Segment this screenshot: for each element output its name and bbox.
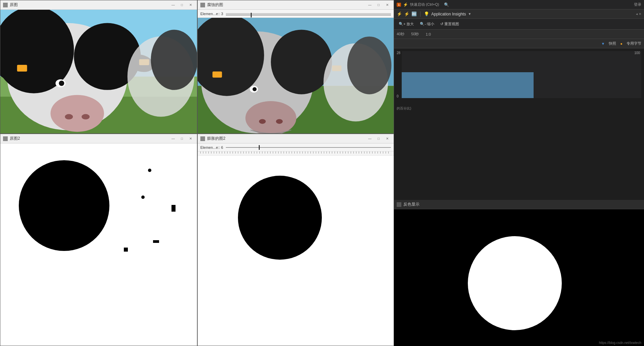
controls-morphed1[interactable]: — □ ✕ [366, 2, 391, 8]
right-panel: 1 ⚡ 快速启动 (Ctrl+Q) 🔍 登录 ⚡ ⚡ 🔤 💡 Applicati… [394, 0, 644, 346]
svg-point-31 [347, 37, 392, 94]
svg-point-7 [50, 95, 104, 132]
binary-rect3 [124, 248, 128, 252]
window-icon-morphed2 [200, 136, 205, 141]
icon2: ⚡ [404, 11, 409, 16]
dot-indicator: ● [620, 42, 623, 46]
close-btn-original2[interactable]: ✕ [187, 136, 194, 142]
slider-label-morphed2: Elemen...e:: 6 [200, 145, 223, 149]
slider-morphed2[interactable] [226, 145, 391, 150]
svg-point-8 [65, 114, 73, 120]
cow-image-original1 [0, 10, 197, 133]
right-toolbar: 🔍+ 放大 🔍- 缩小 ↺ 重置视图 [394, 19, 644, 30]
binary-rect1 [171, 205, 176, 212]
ai-icon: 💡 [424, 11, 429, 16]
ruler-ticks-morphed2 [200, 152, 391, 154]
separator1 [420, 11, 420, 17]
title-morphed2: 膨胀的图2 [207, 136, 364, 141]
svg-point-11 [59, 81, 64, 86]
timeline-t2: 50秒 [411, 32, 419, 37]
binary-circle [19, 160, 109, 251]
maximize-btn-morphed1[interactable]: □ [375, 2, 382, 8]
zoom-out-label: 缩小 [427, 21, 434, 27]
icon-bar: ⚡ ⚡ 🔤 💡 Application Insights ▼ ◂ ✕ [394, 9, 644, 19]
slider-morphed1[interactable] [226, 13, 391, 14]
inverted-content: https://blog.csdn.net/txwtech [394, 209, 644, 346]
slider-label-morphed1: Elemen...e:: 3 [200, 12, 223, 16]
dropdown-arrow: ▼ [601, 42, 605, 46]
chart-area: 28 0 100 的百分比) [394, 48, 644, 200]
titlebar-original2: 原图2 — □ ✕ [0, 134, 197, 143]
reset-label: 重置视图 [444, 21, 459, 27]
titlebar-morphed2: 膨胀的图2 — □ ✕ [198, 134, 394, 143]
maximize-btn-original1[interactable]: □ [178, 2, 186, 8]
window-morphed2: 膨胀的图2 — □ ✕ Elemen...e:: 6 [197, 134, 394, 346]
content-morphed1 [198, 18, 394, 133]
minimize-btn-morphed1[interactable]: — [366, 2, 374, 8]
zoom-in-button[interactable]: 🔍+ 放大 [397, 21, 416, 27]
timeline-t3: 1:0 [426, 32, 431, 36]
window-original2: 原图2 — □ ✕ [0, 134, 197, 346]
svg-point-9 [82, 114, 90, 120]
window-icon-morphed1 [200, 3, 205, 7]
trackbar-area-morphed2: Elemen...e:: 6 [198, 143, 394, 152]
ai-dropdown-arrow[interactable]: ▼ [468, 12, 471, 16]
url-bar: https://blog.csdn.net/txwtech [599, 341, 641, 345]
controls-morphed2[interactable]: — □ ✕ [366, 136, 391, 142]
window-icon-original2 [3, 136, 8, 141]
svg-point-22 [271, 30, 332, 94]
minimize-btn-original2[interactable]: — [169, 136, 177, 142]
badge-number: 1 [397, 3, 401, 7]
svg-point-27 [253, 87, 257, 91]
quick-launch-bar: 1 ⚡ 快速启动 (Ctrl+Q) 🔍 登录 [394, 0, 644, 9]
binary-dot1 [148, 169, 151, 172]
svg-rect-13 [17, 65, 27, 72]
zoom-in-label: 放大 [406, 21, 414, 27]
controls-original2[interactable]: — □ ✕ [169, 136, 194, 142]
content-original1 [0, 10, 197, 133]
exclusive-font-label: 专用字节 [627, 41, 641, 46]
trackbar-area-morphed1: Elemen...e:: 3 [198, 10, 394, 18]
window-morphed1: 腐蚀的图 — □ ✕ Elemen...e:: 3 [197, 0, 394, 134]
title-original1: 原图 [10, 2, 167, 8]
close-btn-morphed2[interactable]: ✕ [384, 136, 391, 142]
svg-rect-28 [212, 72, 222, 78]
y-axis-labels: 28 0 [397, 51, 400, 98]
close-btn-original1[interactable]: ✕ [187, 2, 194, 8]
resize-left-icon: ◂ [636, 12, 638, 16]
resize-right-icon: ✕ [639, 12, 641, 16]
quick-launch-icon: ⚡ [403, 2, 408, 7]
resize-arrows: ◂ ✕ [636, 12, 641, 16]
window-icon-original1 [3, 3, 8, 7]
maximize-btn-morphed2[interactable]: □ [375, 136, 382, 142]
binary-rect2 [153, 240, 159, 243]
svg-point-17 [151, 30, 197, 90]
minimize-btn-original1[interactable]: — [169, 2, 177, 8]
chart-axis-label: 的百分比) [397, 106, 641, 111]
binary-dot2 [141, 196, 145, 199]
minimize-btn-morphed2[interactable]: — [366, 136, 374, 142]
zoom-in-icon: 🔍+ [399, 22, 405, 26]
login-button[interactable]: 登录 [634, 2, 641, 7]
options-bar: ▼ 快照 ● 专用字节 [394, 39, 644, 48]
titlebar-inverted: 反色显示 [394, 200, 644, 209]
y-label-0: 0 [397, 94, 400, 98]
search-icon: 🔍 [444, 2, 449, 7]
zoom-out-button[interactable]: 🔍- 缩小 [418, 21, 436, 27]
y-label-right-100: 100 [634, 51, 640, 55]
controls-original1[interactable]: — □ ✕ [169, 2, 194, 8]
close-btn-morphed1[interactable]: ✕ [384, 2, 391, 8]
icon1: ⚡ [397, 11, 402, 16]
content-original2 [0, 143, 197, 346]
icon3: 🔤 [411, 11, 417, 16]
y-label-28: 28 [397, 51, 400, 55]
svg-point-25 [276, 119, 283, 124]
snapshot-label: 快照 [609, 41, 616, 46]
zoom-out-icon: 🔍- [420, 22, 426, 26]
ai-title: Application Insights [431, 12, 466, 16]
inverted-circle [468, 236, 562, 330]
quick-launch-label: 快速启动 (Ctrl+Q) [410, 2, 439, 7]
reset-view-button[interactable]: ↺ 重置视图 [438, 21, 461, 27]
maximize-btn-original2[interactable]: □ [178, 136, 186, 142]
morphed-circle [238, 176, 322, 260]
